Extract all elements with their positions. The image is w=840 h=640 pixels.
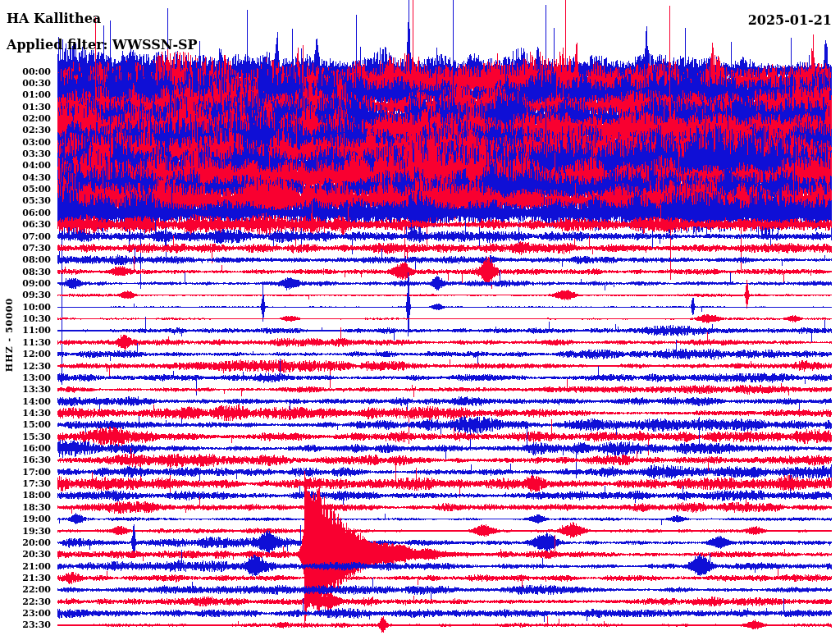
time-label-2000: 20:00 bbox=[0, 537, 51, 548]
time-label-2100: 21:00 bbox=[0, 561, 51, 572]
helicorder-screen: HA Kallithea Applied filter: WWSSN-SP 20… bbox=[0, 0, 840, 640]
time-label-1230: 12:30 bbox=[0, 361, 51, 372]
time-label-0900: 09:00 bbox=[0, 278, 51, 289]
time-label-0630: 06:30 bbox=[0, 219, 51, 230]
time-label-1830: 18:30 bbox=[0, 502, 51, 513]
time-label-0530: 05:30 bbox=[0, 195, 51, 206]
time-label-0330: 03:30 bbox=[0, 149, 51, 159]
time-label-0300: 03:00 bbox=[0, 137, 51, 148]
time-label-0100: 01:00 bbox=[0, 89, 51, 100]
time-label-1630: 16:30 bbox=[0, 455, 51, 465]
time-label-0730: 07:30 bbox=[0, 243, 51, 254]
station-name: HA Kallithea bbox=[7, 11, 101, 26]
applied-filter-label: Applied filter: WWSSN-SP bbox=[7, 37, 198, 53]
time-label-2230: 22:30 bbox=[0, 597, 51, 607]
time-label-2330: 23:30 bbox=[0, 619, 51, 630]
time-label-0030: 00:30 bbox=[0, 78, 51, 89]
time-label-1600: 16:00 bbox=[0, 443, 51, 454]
time-label-0500: 05:00 bbox=[0, 184, 51, 194]
time-label-0000: 00:00 bbox=[0, 66, 51, 77]
time-label-1030: 10:30 bbox=[0, 313, 51, 324]
time-label-0800: 08:00 bbox=[0, 254, 51, 265]
time-label-0830: 08:30 bbox=[0, 267, 51, 277]
time-label-1130: 11:30 bbox=[0, 337, 51, 348]
time-label-1500: 15:00 bbox=[0, 419, 51, 430]
time-label-1200: 12:00 bbox=[0, 349, 51, 359]
time-label-0400: 04:00 bbox=[0, 160, 51, 171]
time-label-1930: 19:30 bbox=[0, 526, 51, 537]
time-label-0230: 02:30 bbox=[0, 125, 51, 135]
time-label-0600: 06:00 bbox=[0, 208, 51, 218]
time-label-1530: 15:30 bbox=[0, 432, 51, 442]
time-label-1100: 11:00 bbox=[0, 325, 51, 336]
time-label-1300: 13:00 bbox=[0, 373, 51, 383]
time-label-2030: 20:30 bbox=[0, 549, 51, 560]
time-label-1800: 18:00 bbox=[0, 490, 51, 501]
time-label-1900: 19:00 bbox=[0, 514, 51, 524]
time-label-1700: 17:00 bbox=[0, 467, 51, 478]
time-label-1000: 10:00 bbox=[0, 302, 51, 313]
time-label-1430: 14:30 bbox=[0, 408, 51, 418]
time-label-0130: 01:30 bbox=[0, 102, 51, 112]
time-label-0700: 07:00 bbox=[0, 231, 51, 242]
time-label-2200: 22:00 bbox=[0, 584, 51, 595]
time-label-2130: 21:30 bbox=[0, 573, 51, 583]
time-label-1730: 17:30 bbox=[0, 478, 51, 489]
time-label-2300: 23:00 bbox=[0, 608, 51, 619]
time-label-0430: 04:30 bbox=[0, 172, 51, 183]
time-label-0200: 02:00 bbox=[0, 113, 51, 124]
time-label-1400: 14:00 bbox=[0, 396, 51, 407]
time-label-0930: 09:30 bbox=[0, 290, 51, 300]
time-label-1330: 13:30 bbox=[0, 384, 51, 395]
date-label: 2025-01-21 bbox=[748, 12, 832, 28]
seismogram-trace-canvas bbox=[0, 0, 840, 640]
